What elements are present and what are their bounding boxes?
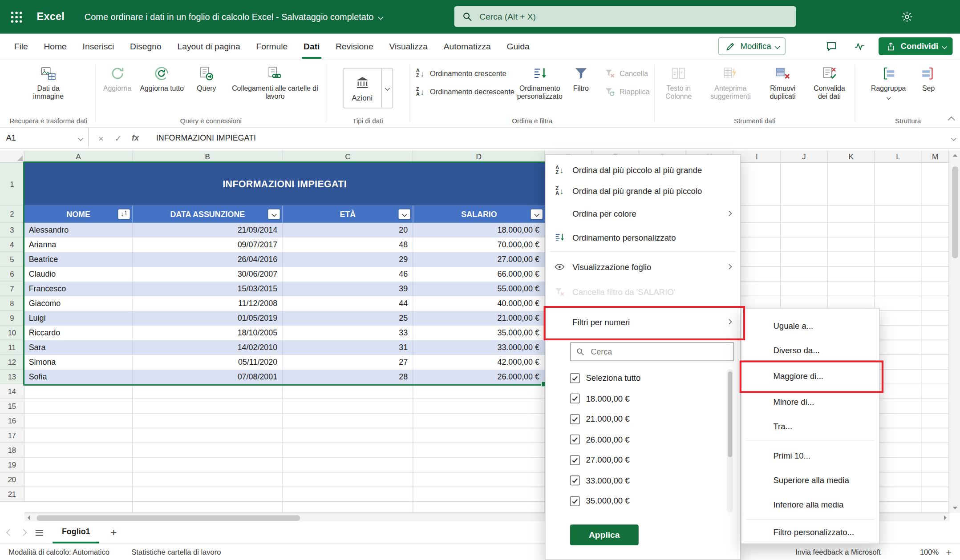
submenu-item-maggiore-di[interactable]: Maggiore di...: [741, 363, 879, 389]
menu-item-ordina-dal-pi-piccolo-al-pi-grande[interactable]: AZ↓Ordina dal più piccolo al più grande: [546, 160, 740, 181]
menu-item-ordina-per-colore[interactable]: Ordina per colore: [546, 202, 740, 225]
table-cell[interactable]: 15/03/2015: [133, 282, 283, 296]
tab-inserisci[interactable]: Inserisci: [75, 34, 122, 59]
formula-bar-content[interactable]: INFORMAZIONI IMPIEGATI: [148, 133, 960, 143]
menu-item-visualizzazione-foglio[interactable]: Visualizzazione foglio: [546, 255, 740, 278]
all-sheets-icon[interactable]: [34, 528, 44, 536]
table-cell[interactable]: Simona: [24, 355, 133, 370]
submenu-item-diverso-da[interactable]: Diverso da...: [741, 338, 879, 363]
scroll-down-icon[interactable]: [952, 507, 957, 509]
submenu-item-uguale-a[interactable]: Uguale a...: [741, 313, 879, 338]
filter-button-data-assunzione[interactable]: [268, 209, 280, 219]
ribbon-button-raggruppa[interactable]: Raggruppa: [868, 62, 909, 99]
ribbon-button-convalida-dei-dati[interactable]: Convalida dei dati: [806, 62, 853, 101]
filter-button-et[interactable]: [399, 209, 410, 219]
tab-automatizza[interactable]: Automatizza: [436, 34, 499, 59]
tab-home[interactable]: Home: [36, 34, 75, 59]
table-cell[interactable]: 11/12/2008: [133, 296, 283, 311]
submenu-item-superiore-alla-media[interactable]: Superiore alla media: [741, 467, 879, 492]
checkbox-checked-icon[interactable]: [570, 496, 580, 506]
submenu-item-filtro-personalizzato[interactable]: Filtro personalizzato...: [741, 521, 879, 542]
table-cell[interactable]: Claudio: [24, 267, 133, 282]
table-cell[interactable]: 29: [283, 252, 413, 267]
share-button[interactable]: Condividi: [879, 37, 952, 55]
table-cell[interactable]: 66.000,00 €: [413, 267, 545, 282]
submenu-item-primi-10[interactable]: Primi 10...: [741, 443, 879, 467]
ribbon-button-collegamenti-alle-cartelle-di-lavoro[interactable]: Collegamenti alle cartelle di lavoro: [226, 62, 324, 101]
filter-checkbox-row[interactable]: 35.000,00 €: [561, 491, 723, 512]
tab-layout-di-pagina[interactable]: Layout di pagina: [170, 34, 248, 59]
ribbon-button-ordinamento-crescente[interactable]: AZ↓Ordinamento crescente: [411, 68, 518, 79]
scroll-up-icon[interactable]: [952, 154, 957, 157]
table-cell[interactable]: 33.000,00 €: [413, 340, 545, 355]
checkbox-checked-icon[interactable]: [570, 414, 580, 424]
feedback-link[interactable]: Invia feedback a Microsoft: [795, 548, 881, 556]
table-cell[interactable]: 39: [283, 282, 413, 296]
add-sheet-button[interactable]: +: [108, 526, 119, 539]
table-header-nome[interactable]: NOME↓1: [24, 205, 133, 223]
tab-guida[interactable]: Guida: [499, 34, 538, 59]
dropdown-chevron[interactable]: [381, 68, 392, 108]
table-cell[interactable]: 27: [283, 355, 413, 370]
filter-search-input[interactable]: [590, 346, 729, 357]
filter-list-scrollbar[interactable]: [727, 369, 733, 513]
table-cell[interactable]: Sara: [24, 340, 133, 355]
filter-checkbox-row[interactable]: 21.000,00 €: [561, 409, 723, 429]
filter-button-salario[interactable]: [531, 209, 543, 219]
app-launcher-button[interactable]: [5, 5, 28, 28]
filter-search-box[interactable]: [570, 342, 734, 361]
table-cell[interactable]: 44: [283, 296, 413, 311]
checkbox-checked-icon[interactable]: [570, 394, 580, 403]
table-cell[interactable]: 33: [283, 326, 413, 340]
insert-function-button[interactable]: fx: [128, 133, 143, 143]
table-cell[interactable]: Giacomo: [24, 296, 133, 311]
table-cell[interactable]: 26.000,00 €: [413, 370, 545, 384]
table-cell[interactable]: 07/08/2001: [133, 370, 283, 384]
table-cell[interactable]: Arianna: [24, 238, 133, 252]
table-cell[interactable]: 46: [283, 267, 413, 282]
table-cell[interactable]: 21/09/2014: [133, 223, 283, 238]
table-cell[interactable]: 09/07/2017: [133, 238, 283, 252]
zoom-in-button[interactable]: +: [946, 547, 952, 557]
tab-file[interactable]: File: [6, 34, 36, 59]
scroll-right-icon[interactable]: [944, 516, 947, 520]
ribbon-button-filtro[interactable]: Filtro: [561, 62, 600, 93]
comments-button[interactable]: [822, 38, 840, 54]
filter-button-nome[interactable]: ↓1: [118, 209, 130, 219]
table-cell[interactable]: 55.000,00 €: [413, 282, 545, 296]
table-cell[interactable]: 27.000,00 €: [413, 252, 545, 267]
table-cell[interactable]: Riccardo: [24, 326, 133, 340]
topbar-search[interactable]: [454, 6, 796, 27]
table-cell[interactable]: 35.000,00 €: [413, 326, 545, 340]
filter-checkbox-row[interactable]: 33.000,00 €: [561, 470, 723, 491]
horizontal-scroll-thumb[interactable]: [37, 515, 300, 520]
workbook-statistics[interactable]: Statistiche cartella di lavoro: [131, 548, 221, 556]
table-cell[interactable]: Beatrice: [24, 252, 133, 267]
filter-list-scroll-thumb[interactable]: [728, 371, 732, 457]
document-title[interactable]: Come ordinare i dati in un foglio di cal…: [85, 0, 383, 34]
submenu-item-tra[interactable]: Tra...: [741, 414, 879, 438]
next-sheet-icon[interactable]: [20, 529, 27, 536]
table-cell[interactable]: 42.000,00 €: [413, 355, 545, 370]
tab-formule[interactable]: Formule: [248, 34, 296, 59]
table-cell[interactable]: 30/06/2007: [133, 267, 283, 282]
ribbon-button-sep[interactable]: Sep: [909, 62, 948, 93]
table-cell[interactable]: 20: [283, 223, 413, 238]
ribbon-button-dati-da-immagine[interactable]: Dati da immagine: [19, 62, 78, 101]
submenu-item-inferiore-alla-media[interactable]: Inferiore alla media: [741, 492, 879, 516]
tab-disegno[interactable]: Disegno: [122, 34, 169, 59]
ribbon-button-azioni[interactable]: Azioni: [343, 68, 393, 109]
table-header-data-assunzione[interactable]: DATA ASSUNZIONE: [133, 205, 283, 223]
checkbox-checked-icon[interactable]: [570, 475, 580, 485]
zoom-level[interactable]: 100%: [920, 548, 939, 556]
search-input[interactable]: [478, 11, 788, 22]
ribbon-button-ordinamento-decrescente[interactable]: ZA↓Ordinamento decrescente: [411, 86, 518, 97]
table-cell[interactable]: 28: [283, 370, 413, 384]
submenu-item-minore-di[interactable]: Minore di...: [741, 389, 879, 414]
vertical-scrollbar[interactable]: [950, 150, 960, 513]
vertical-scroll-thumb[interactable]: [952, 166, 958, 258]
checkbox-checked-icon[interactable]: [570, 455, 580, 465]
tab-dati[interactable]: Dati: [296, 34, 328, 59]
table-cell[interactable]: Sofia: [24, 370, 133, 384]
table-cell[interactable]: 01/05/2019: [133, 311, 283, 326]
